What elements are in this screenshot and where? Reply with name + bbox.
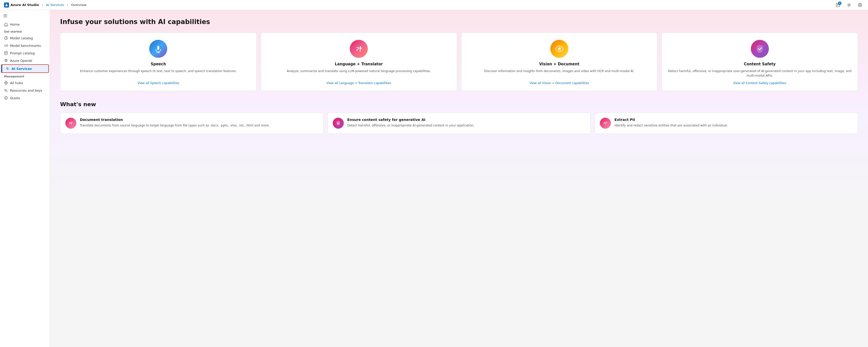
svg-rect-22: [157, 46, 159, 50]
language-card[interactable]: 가 A Language + Translator Analyze, summa…: [260, 33, 457, 91]
sidebar-item-azure-openai[interactable]: Azure OpenAI: [0, 57, 50, 64]
content-safety-gen-card[interactable]: Ensure content safety for generative AI …: [328, 113, 591, 134]
vision-card[interactable]: Vision + Document Discover information a…: [461, 33, 658, 91]
breadcrumb-sep-1: /: [42, 3, 43, 7]
sidebar-model-catalog-label: Model catalog: [10, 36, 33, 40]
notification-badge: 8: [838, 1, 841, 5]
breadcrumb-ai-services[interactable]: AI Services: [46, 3, 64, 7]
sidebar-expand-button[interactable]: [0, 12, 50, 20]
content-safety-gen-body: Ensure content safety for generative AI …: [347, 118, 474, 128]
svg-rect-13: [4, 52, 7, 55]
ai-services-icon: [5, 67, 9, 71]
breadcrumb-sep-2: /: [67, 3, 68, 7]
sidebar: Home Get started Model catalog Model ben…: [0, 10, 50, 347]
extract-pii-card[interactable]: 가 A Extract PII Identify and redact sens…: [595, 113, 858, 134]
svg-point-28: [558, 48, 561, 50]
content-safety-card[interactable]: Content Safety Detect harmful, offensive…: [661, 33, 858, 91]
service-cards-grid: Speech Enhance customer experiences thro…: [60, 33, 858, 91]
azure-logo-icon: [4, 2, 9, 7]
svg-point-17: [7, 83, 8, 83]
svg-point-19: [6, 84, 6, 85]
sidebar-home-label: Home: [10, 23, 20, 26]
extract-pii-desc: Identify and redact sensitive entities t…: [614, 123, 728, 128]
resources-keys-icon: [4, 88, 8, 92]
language-card-icon: 가 A: [350, 40, 368, 58]
topbar-right: 8: [834, 1, 864, 9]
expand-sidebar-icon: [3, 13, 7, 18]
extract-pii-title: Extract PII: [614, 118, 728, 122]
svg-text:A: A: [71, 121, 73, 123]
svg-point-3: [860, 4, 861, 5]
svg-point-1: [848, 4, 850, 5]
topbar: Azure AI Studio / AI Services / Overview…: [0, 0, 868, 10]
content-safety-gen-icon: [333, 118, 344, 129]
quota-icon: [4, 96, 8, 100]
model-catalog-icon: [4, 36, 8, 40]
doc-translation-icon: 가 A: [65, 118, 76, 129]
content-safety-gen-desc: Detect harmful, offensive, or inappropri…: [347, 123, 474, 128]
svg-rect-12: [7, 45, 8, 46]
sidebar-item-home[interactable]: Home: [0, 21, 50, 28]
svg-rect-11: [6, 44, 7, 46]
sidebar-ai-services-label: AI Services: [11, 67, 32, 71]
settings-button[interactable]: [845, 1, 853, 9]
speech-card-desc: Enhance customer experiences through spe…: [80, 69, 237, 78]
whats-new-title: What's new: [60, 101, 858, 107]
speech-card-title: Speech: [151, 62, 166, 66]
sidebar-prompt-catalog-label: Prompt catalog: [10, 51, 35, 55]
doc-translation-card[interactable]: 가 A Document translation Translate docum…: [60, 113, 323, 134]
language-card-title: Language + Translator: [335, 62, 383, 66]
notifications-button[interactable]: 8: [834, 1, 842, 9]
vision-card-icon: [550, 40, 568, 58]
svg-rect-10: [5, 45, 6, 46]
speech-card-link[interactable]: View all Speech capabilities: [137, 82, 179, 85]
all-hubs-icon: [4, 81, 8, 85]
vision-card-title: Vision + Document: [539, 62, 580, 66]
extract-pii-body: Extract PII Identify and redact sensitiv…: [614, 118, 728, 128]
language-card-link[interactable]: View all Language + Translator capabilit…: [327, 82, 391, 85]
sidebar-item-model-catalog[interactable]: Model catalog: [0, 34, 50, 42]
sidebar-item-ai-services[interactable]: AI Services: [1, 64, 49, 73]
svg-point-16: [4, 83, 5, 83]
brand-logo[interactable]: Azure AI Studio: [4, 2, 39, 7]
prompt-catalog-icon: [4, 51, 8, 55]
sidebar-resources-keys-label: Resources and keys: [10, 89, 42, 92]
content-safety-card-title: Content Safety: [744, 62, 776, 66]
extract-pii-icon: 가 A: [600, 118, 611, 129]
home-icon: [4, 22, 8, 26]
new-cards-grid: 가 A Document translation Translate docum…: [60, 113, 858, 134]
sidebar-all-hubs-label: All hubs: [10, 81, 23, 85]
sidebar-item-prompt-catalog[interactable]: Prompt catalog: [0, 49, 50, 57]
app-layout: Home Get started Model catalog Model ben…: [0, 10, 868, 347]
main-content: Infuse your solutions with AI capabiliti…: [50, 10, 868, 347]
vision-card-link[interactable]: View all Vision + Document capabilities: [529, 82, 589, 85]
sidebar-azure-openai-label: Azure OpenAI: [10, 59, 32, 63]
content-safety-card-icon: [751, 40, 769, 58]
sidebar-item-all-hubs[interactable]: All hubs: [0, 79, 50, 87]
azure-openai-icon: [4, 59, 8, 63]
profile-button[interactable]: [856, 1, 864, 9]
content-safety-card-link[interactable]: View all Content Safety capabilities: [733, 82, 786, 85]
svg-rect-4: [3, 14, 7, 15]
sidebar-model-benchmarks-label: Model benchmarks: [10, 44, 41, 48]
svg-point-18: [6, 81, 6, 82]
language-card-desc: Analyze, summarize and translate using L…: [287, 69, 431, 78]
sidebar-item-quota[interactable]: Quota: [0, 94, 50, 102]
brand-name: Azure AI Studio: [10, 3, 39, 7]
doc-translation-title: Document translation: [80, 118, 270, 122]
sidebar-item-resources-keys[interactable]: Resources and keys: [0, 87, 50, 94]
svg-rect-5: [3, 15, 7, 16]
sidebar-item-model-benchmarks[interactable]: Model benchmarks: [0, 42, 50, 49]
doc-translation-body: Document translation Translate documents…: [80, 118, 270, 128]
doc-translation-desc: Translate documents from source language…: [80, 123, 270, 128]
speech-card[interactable]: Speech Enhance customer experiences thro…: [60, 33, 257, 91]
svg-text:A: A: [606, 121, 608, 123]
page-title: Infuse your solutions with AI capabiliti…: [60, 18, 858, 26]
svg-rect-7: [5, 25, 6, 26]
model-benchmarks-icon: [4, 43, 8, 48]
content-safety-gen-title: Ensure content safety for generative AI: [347, 118, 474, 122]
speech-card-icon: [149, 40, 167, 58]
svg-text:A: A: [359, 46, 362, 50]
vision-card-desc: Discover information and insights from d…: [484, 69, 634, 78]
content-safety-card-desc: Detect harmful, offensive, or inappropri…: [668, 69, 852, 78]
